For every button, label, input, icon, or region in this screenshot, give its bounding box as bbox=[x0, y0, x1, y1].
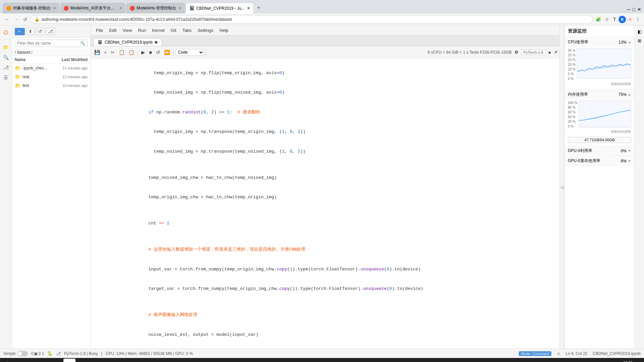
notebook-tab-active[interactable]: 📓 CBDNet_CVPR2019.ipynb bbox=[93, 38, 162, 46]
gpu0-memory-label: GPU-0显存使用率 bbox=[568, 158, 600, 164]
minimize-button[interactable]: ─ bbox=[627, 7, 631, 12]
code-line: temp_origin_img = np.transpose(temp_orig… bbox=[105, 122, 546, 142]
restart-button[interactable]: ↺ bbox=[154, 49, 162, 56]
gpu0-label: GPU-0利用率 bbox=[568, 148, 592, 154]
taskbar-icon-tv[interactable]: 📺 bbox=[126, 359, 138, 362]
share-button[interactable]: ↗ bbox=[554, 50, 557, 55]
tab-title: ModelArts-管理控制台 bbox=[137, 5, 176, 11]
tab[interactable]: 🟠 对象存储服务-控制台 ✕ bbox=[3, 3, 59, 13]
cut-button[interactable]: ✂ bbox=[109, 49, 116, 56]
code-line: noise_level_est, output = model(input_va… bbox=[105, 325, 546, 345]
menu-run[interactable]: Run bbox=[135, 27, 149, 34]
file-name: test bbox=[22, 83, 60, 88]
taskbar-icon-linux[interactable]: 🐧 bbox=[1, 359, 13, 362]
cell-type-select[interactable]: Code Markdown Raw bbox=[175, 49, 204, 56]
menu-help[interactable]: Help bbox=[217, 27, 231, 34]
taskbar-icon-terminal[interactable]: 💻 bbox=[39, 359, 51, 362]
save-button[interactable]: 💾 bbox=[93, 49, 102, 56]
gpu0-memory-row[interactable]: GPU-0显存使用率 8% ▼ bbox=[564, 156, 635, 166]
taskbar-icon-browser[interactable]: 🌐 bbox=[51, 359, 63, 362]
restart-run-button[interactable]: ⏩ bbox=[162, 49, 171, 56]
right-extension-icon[interactable]: ⊞ bbox=[637, 37, 642, 44]
code-line: temp_noised_img = np.transpose(temp_nois… bbox=[105, 142, 546, 161]
tab-close-active-icon[interactable]: ✕ bbox=[247, 6, 250, 10]
code-line: # 这里给输入数据增加一个维度，即原来是三维的，现在是四维的，方便CNN处理 bbox=[105, 240, 546, 260]
maximize-button[interactable]: □ bbox=[633, 7, 635, 12]
back-button[interactable]: ← bbox=[3, 16, 11, 23]
run-button[interactable]: ▶ bbox=[140, 49, 147, 56]
url-bar[interactable]: 🔒 authoring-modelarts-cnnorth4.huaweiclo… bbox=[30, 15, 593, 24]
new-file-button[interactable]: + bbox=[15, 28, 25, 35]
collapse-arrow[interactable]: ◁ bbox=[559, 25, 564, 349]
simple-toggle[interactable] bbox=[17, 351, 28, 356]
close-button[interactable]: ✕ bbox=[637, 7, 641, 12]
bookmark-icon[interactable]: ☆ bbox=[604, 16, 610, 22]
forward-button[interactable]: → bbox=[12, 16, 20, 23]
upload-button[interactable]: ⬆ bbox=[26, 28, 35, 35]
tab[interactable]: 🔴 ModelArts-管理控制台 ✕ bbox=[126, 3, 185, 13]
taskbar-icon-word[interactable]: W bbox=[63, 359, 76, 362]
sidebar-toc-icon[interactable]: ☰ bbox=[2, 73, 9, 82]
code-line: temp_noised_img = np.flip(temp_noised_im… bbox=[105, 83, 546, 103]
taskbar-icon-monitor[interactable]: 🖥 bbox=[26, 359, 38, 362]
code-line: temp_origin_img = np.flip(temp_origin_im… bbox=[105, 63, 546, 83]
reload-button[interactable]: ↺ bbox=[21, 16, 29, 23]
menu-view[interactable]: View bbox=[120, 27, 135, 34]
kernel-settings-button[interactable]: ⚙ bbox=[514, 50, 518, 55]
notebook-content[interactable]: temp_origin_img = np.flip(temp_origin_im… bbox=[91, 58, 559, 349]
extension2-icon[interactable]: A bbox=[627, 16, 633, 22]
menu-settings[interactable]: Settings bbox=[195, 27, 216, 34]
git-button[interactable]: ⎇ bbox=[46, 28, 55, 35]
toolbar-sep1 bbox=[138, 49, 138, 56]
jupyter-toolbar: 💾 + ✂ 📋 📋 ▶ ■ ↺ ⏩ Code Markdown Raw 8 vC… bbox=[91, 46, 559, 58]
settings-icon[interactable]: ⋮ bbox=[634, 16, 641, 22]
menu-edit[interactable]: Edit bbox=[106, 27, 119, 34]
code-line: temp_origin_img_chw = hwc_to_chw(temp_or… bbox=[105, 188, 546, 207]
taskbar-icon-folder[interactable]: 📁 bbox=[14, 359, 26, 362]
search-box[interactable]: 🔍 bbox=[15, 40, 88, 47]
copy-button[interactable]: 📋 bbox=[117, 49, 126, 56]
file-item-test[interactable]: 📁 test 10 minutes ago bbox=[12, 81, 90, 90]
file-item-ipynb[interactable]: 📁 .ipynb_chec... 12 minutes ago bbox=[12, 64, 90, 72]
tab-close-icon[interactable]: ✕ bbox=[179, 6, 182, 10]
cpu-percent: 13% bbox=[618, 40, 627, 45]
memory-chart-area bbox=[579, 101, 631, 127]
add-cell-button[interactable]: + bbox=[102, 49, 108, 56]
menu-git[interactable]: Git bbox=[168, 27, 179, 34]
menu-file[interactable]: File bbox=[93, 27, 106, 34]
sidebar-folder-icon[interactable]: 📁 bbox=[2, 43, 10, 51]
col-modified-header: Last Modified bbox=[49, 57, 88, 62]
tab[interactable]: 🔴 ModelArts_AI开发平台_管... ✕ bbox=[60, 3, 126, 13]
folder-icon: 📁 bbox=[15, 65, 20, 71]
code-cell[interactable]: temp_origin_img = np.flip(temp_origin_im… bbox=[104, 62, 546, 349]
taskbar-icon-red1[interactable]: ❤ bbox=[88, 359, 100, 362]
translate-icon[interactable]: T bbox=[612, 16, 617, 22]
memory-section-header[interactable]: 内存使用率 75% ▲ bbox=[564, 90, 635, 99]
file-browser-header: + ⬆ ↺ ⎇ bbox=[12, 25, 90, 38]
new-tab-button[interactable]: + bbox=[254, 3, 263, 12]
mode-badge: Mode: Command bbox=[519, 351, 551, 356]
time-block: 16:21 2022/11/26 bbox=[616, 360, 640, 362]
file-item-real[interactable]: 📁 real 12 minutes ago bbox=[12, 72, 90, 81]
cpu-section-header[interactable]: CPU使用率 13% ▲ bbox=[564, 37, 635, 47]
gpu0-utilization-row[interactable]: GPU-0利用率 0% ▼ bbox=[564, 146, 635, 156]
menu-tabs[interactable]: Tabs bbox=[180, 27, 194, 34]
sidebar-search-icon[interactable]: 🔍 bbox=[2, 53, 10, 61]
search-input[interactable] bbox=[17, 41, 79, 46]
paste-button[interactable]: 📋 bbox=[127, 49, 136, 56]
extensions-icon[interactable]: 🧩 bbox=[594, 16, 602, 22]
menu-kernel[interactable]: Kernel bbox=[149, 27, 167, 34]
taskbar-icon-settings[interactable]: ⚙ bbox=[113, 359, 125, 362]
right-panel-toggle-icon[interactable]: ◧ bbox=[637, 28, 643, 35]
kernel-spec: 8 vCPU + 64 GiB + 1 x Tesla P100-PCIE-16… bbox=[428, 50, 512, 55]
sidebar-git-icon[interactable]: ⎇ bbox=[2, 63, 10, 71]
user-icon[interactable]: R bbox=[618, 16, 626, 23]
gpu0-memory-expand-icon: ▼ bbox=[628, 159, 631, 163]
tab-close-icon[interactable]: ✕ bbox=[119, 6, 122, 10]
tab-close-icon[interactable]: ✕ bbox=[53, 6, 56, 10]
taskbar-icon-clipboard[interactable]: 📋 bbox=[76, 359, 88, 362]
taskbar-icon-red2[interactable]: 🔴 bbox=[101, 359, 113, 362]
tab-active[interactable]: 📓 CBDNet_CVPR2019 - Ju... ✕ bbox=[186, 3, 254, 13]
refresh-button[interactable]: ↺ bbox=[36, 28, 44, 35]
stop-button[interactable]: ■ bbox=[147, 49, 153, 56]
